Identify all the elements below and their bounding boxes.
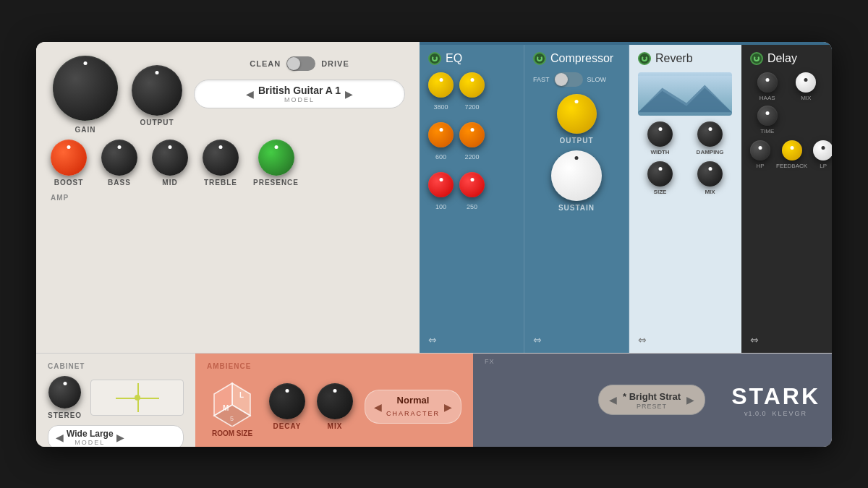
fx-panels: EQ 3800 600 (420, 45, 832, 353)
eq-band-250[interactable] (459, 172, 485, 197)
delay-feedback-dot (790, 146, 793, 150)
comp-sustain-dot (575, 156, 579, 160)
eq-band-3800[interactable] (428, 72, 454, 98)
eq-band-600[interactable] (428, 122, 454, 147)
ambience-knobs: DECAY MIX (269, 383, 353, 430)
cabinet-model-next[interactable]: ▶ (116, 432, 124, 443)
delay-panel: Delay HAAS MIX (741, 45, 832, 353)
presence-label: PRESENCE (253, 179, 299, 187)
delay-lp-dot (822, 146, 825, 150)
delay-mix-label: MIX (801, 95, 811, 101)
eq-bands: 3800 600 100 (428, 72, 515, 334)
delay-time-knob[interactable] (757, 106, 778, 126)
comp-sustain-knob[interactable] (551, 150, 602, 201)
bass-dot (118, 145, 122, 149)
comp-speed-toggle[interactable] (554, 72, 583, 87)
comp-scroll[interactable]: ⇔ (533, 334, 620, 346)
eq-dot-100 (439, 178, 443, 181)
delay-hp-dot (759, 146, 762, 150)
eq-band-2200[interactable] (459, 122, 485, 147)
presence-knob-container: PRESENCE (253, 140, 299, 187)
comp-output-label: OUTPUT (559, 137, 593, 145)
eq-dot-250 (470, 178, 474, 181)
eq-freq-100: 100 (435, 203, 446, 210)
presence-knob[interactable] (258, 140, 294, 176)
bass-knob[interactable] (101, 140, 137, 176)
eq-freq-7200: 7200 (464, 103, 479, 111)
decay-label: DECAY (273, 422, 301, 430)
character-next[interactable]: ▶ (444, 401, 452, 413)
reverb-scroll[interactable]: ⇔ (638, 334, 732, 346)
svg-text:5: 5 (230, 415, 234, 422)
delay-lp-knob[interactable] (813, 140, 832, 160)
gain-ring (51, 53, 120, 123)
mid-knob[interactable] (152, 140, 188, 176)
eq-band-100[interactable] (428, 172, 454, 197)
reverb-width-label: WIDTH (650, 149, 669, 155)
reverb-size-knob[interactable] (647, 161, 673, 187)
amp-model-next[interactable]: ▶ (345, 88, 353, 100)
comp-title: Compressor (550, 52, 613, 65)
cube-svg: M L 5 (207, 376, 258, 427)
delay-mix-knob[interactable] (796, 72, 816, 93)
cabinet-stereo-knob[interactable] (48, 376, 81, 408)
comp-power-icon (537, 56, 542, 61)
reverb-power-icon (642, 56, 647, 61)
eq-freq-600: 600 (435, 153, 446, 160)
gain-knob[interactable] (53, 56, 118, 121)
comp-slow-label: SLOW (587, 76, 607, 83)
amp-model-selector[interactable]: ◀ British Guitar A 1 MODEL ▶ (194, 80, 405, 108)
treble-knob[interactable] (203, 140, 239, 176)
delay-hp-knob[interactable] (750, 140, 770, 160)
decay-knob-container: DECAY (269, 383, 305, 430)
mid-knob-container: MID (152, 140, 188, 187)
amp-model-prev[interactable]: ◀ (246, 88, 254, 100)
treble-label: TREBLE (204, 179, 237, 187)
reverb-power-btn[interactable] (638, 52, 651, 65)
delay-haas-knob[interactable] (757, 72, 778, 93)
comp-power-btn[interactable] (533, 52, 546, 65)
delay-lp-label: LP (820, 163, 827, 169)
eq-band-7200[interactable] (459, 72, 485, 98)
preset-prev[interactable]: ◀ (609, 394, 617, 406)
ambience-mix-knob[interactable] (317, 383, 353, 419)
cabinet-model-selector[interactable]: ◀ Wide Large MODEL ▶ (48, 425, 184, 447)
delay-power-btn[interactable] (750, 52, 763, 65)
character-selector[interactable]: ◀ Normal CHARACTER ▶ (365, 390, 461, 424)
eq-col-1: 3800 600 100 (428, 72, 454, 334)
reverb-mix-container: MIX (688, 161, 732, 195)
boost-knob[interactable] (51, 140, 87, 176)
comp-output-knob[interactable] (557, 94, 597, 134)
reverb-mix-knob[interactable] (697, 161, 723, 187)
character-prev[interactable]: ◀ (374, 401, 382, 413)
reverb-damping-knob[interactable] (697, 121, 723, 147)
delay-haas-container: HAAS (750, 72, 785, 101)
reverb-width-knob[interactable] (647, 121, 673, 147)
cabinet-model-prev[interactable]: ◀ (56, 432, 64, 443)
delay-row2: HP FEEDBACK LP (750, 140, 823, 169)
cabinet-model-sublabel: MODEL (67, 439, 114, 446)
reverb-header: Reverb (638, 52, 732, 65)
reverb-damping-label: DAMPING (697, 149, 724, 155)
mid-dot (169, 145, 172, 149)
cube-wrapper: M L 5 (207, 376, 258, 427)
delay-feedback-knob[interactable] (782, 140, 802, 160)
app-title: STARK (731, 383, 820, 410)
preset-next[interactable]: ▶ (686, 394, 694, 406)
delay-mix-dot (804, 78, 808, 82)
cabinet-model-name: Wide Large (67, 429, 114, 439)
comp-sustain-container: SUSTAIN (551, 150, 602, 212)
clean-label: CLEAN (250, 59, 281, 68)
bass-knob-container: BASS (101, 140, 137, 187)
eq-scroll[interactable]: ⇔ (428, 334, 515, 346)
boost-label: BOOST (54, 179, 84, 187)
decay-knob[interactable] (269, 383, 305, 419)
character-sublabel: CHARACTER (386, 410, 440, 417)
cabinet-stereo-dot (63, 382, 67, 385)
eq-dot-2200 (470, 128, 474, 132)
output-knob[interactable] (132, 65, 182, 116)
eq-power-btn[interactable] (428, 52, 441, 65)
preset-selector[interactable]: ◀ * Bright Strat PRESET ▶ (598, 385, 705, 415)
clean-drive-toggle[interactable] (286, 56, 315, 71)
delay-scroll[interactable]: ⇔ (750, 334, 823, 346)
